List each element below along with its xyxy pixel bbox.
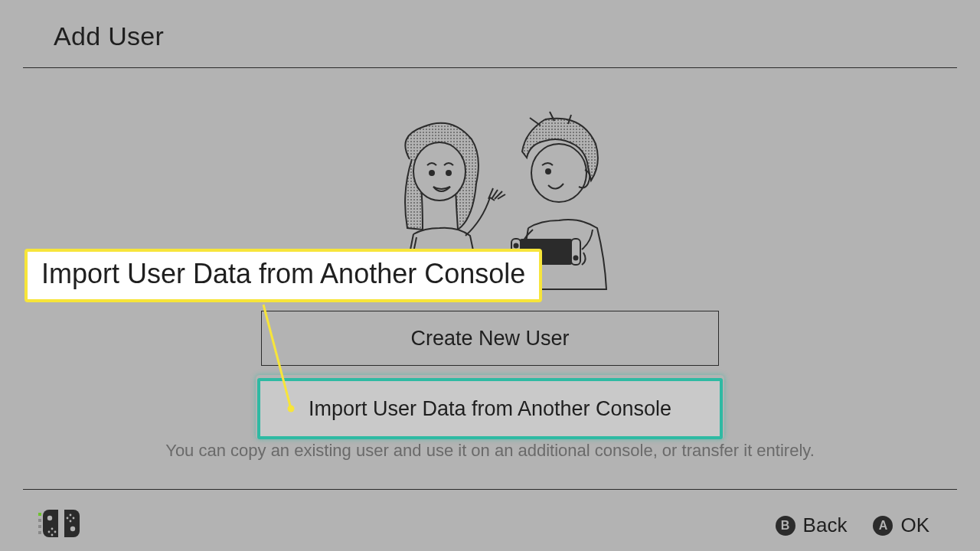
ok-button[interactable]: A OK	[873, 514, 929, 537]
b-button-icon: B	[776, 516, 795, 536]
button-label: Create New User	[410, 327, 569, 350]
svg-point-20	[51, 534, 54, 536]
ok-label: OK	[900, 514, 929, 537]
svg-point-19	[54, 531, 57, 533]
a-button-icon: A	[873, 516, 893, 536]
svg-point-23	[73, 517, 75, 520]
page-title: Add User	[54, 21, 164, 51]
footer: B Back A OK	[23, 489, 957, 551]
controller-icon	[38, 508, 92, 542]
svg-point-17	[51, 528, 54, 530]
svg-point-4	[531, 144, 586, 202]
hint-text: You can copy an existing user and use it…	[0, 441, 980, 461]
svg-point-24	[70, 520, 72, 523]
svg-point-10	[574, 256, 578, 260]
svg-point-21	[70, 514, 72, 517]
footer-buttons: B Back A OK	[776, 514, 929, 537]
svg-rect-14	[38, 531, 41, 534]
svg-rect-8	[571, 239, 580, 265]
create-new-user-button[interactable]: Create New User	[261, 311, 719, 366]
back-button[interactable]: B Back	[776, 514, 848, 537]
svg-point-2	[430, 171, 434, 175]
import-user-data-button[interactable]: Import User Data from Another Console	[257, 378, 723, 439]
svg-point-3	[446, 171, 451, 175]
header: Add User	[23, 0, 957, 68]
svg-point-15	[47, 516, 52, 520]
svg-point-22	[67, 517, 69, 520]
svg-point-9	[514, 244, 518, 248]
svg-rect-13	[38, 525, 41, 528]
back-label: Back	[803, 514, 848, 537]
svg-point-16	[70, 527, 75, 531]
callout-text: Import User Data from Another Console	[41, 258, 525, 289]
svg-point-5	[546, 169, 550, 174]
callout-box: Import User Data from Another Console	[24, 249, 542, 302]
svg-rect-12	[38, 519, 41, 522]
button-label: Import User Data from Another Console	[309, 397, 671, 421]
svg-point-18	[48, 531, 51, 533]
svg-rect-11	[38, 513, 41, 516]
